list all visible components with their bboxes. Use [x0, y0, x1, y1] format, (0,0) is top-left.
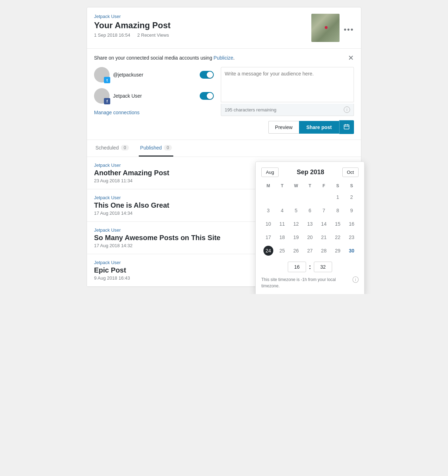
calendar-day-cell[interactable]: 26 — [289, 244, 303, 257]
calendar-day-cell[interactable]: 14 — [317, 217, 331, 231]
tab-scheduled-badge: 0 — [121, 145, 129, 151]
time-minute-input[interactable] — [314, 262, 332, 272]
facebook-account-name: Jetpack User — [113, 93, 196, 99]
calendar-day-cell[interactable]: 24 — [261, 244, 275, 257]
schedule-calendar-button[interactable] — [339, 120, 354, 134]
calendar-day-cell[interactable]: 25 — [275, 244, 289, 257]
calendar-popup: Aug Sep 2018 Oct M T W T F S S — [255, 161, 365, 294]
calendar-day-cell[interactable]: 3 — [261, 204, 275, 217]
calendar-year: 2018 — [310, 169, 324, 176]
facebook-account-row: f Jetpack User — [94, 88, 214, 104]
day-header-mon: M — [261, 181, 275, 190]
calendar-day-cell[interactable]: 9 — [345, 204, 359, 217]
thumbnail-image — [311, 14, 340, 42]
calendar-icon — [344, 124, 349, 129]
calendar-day-cell[interactable]: 18 — [275, 231, 289, 244]
post-header: Jetpack User Your Amazing Post 1 Sep 201… — [87, 7, 361, 49]
calendar-day-cell[interactable]: 30 — [345, 244, 359, 257]
calendar-week-row: 10111213141516 — [261, 217, 359, 231]
share-header: Share on your connected social media acc… — [94, 54, 354, 61]
tabs-section: Scheduled 0 Published 0 — [87, 140, 361, 157]
calendar-day-cell[interactable]: 21 — [317, 231, 331, 244]
tab-scheduled[interactable]: Scheduled 0 — [94, 140, 130, 157]
calendar-month: Sep — [297, 169, 308, 176]
message-textarea[interactable] — [221, 67, 354, 102]
share-post-button[interactable]: Share post — [299, 121, 339, 134]
twitter-toggle[interactable] — [200, 71, 214, 79]
calendar-day-cell[interactable]: 6 — [303, 204, 317, 217]
calendar-day-cell[interactable]: 27 — [303, 244, 317, 257]
prev-month-button[interactable]: Aug — [261, 167, 279, 177]
calendar-nav: Aug Sep 2018 Oct — [261, 167, 359, 177]
calendar-day-cell[interactable]: 28 — [317, 244, 331, 257]
day-header-sun: S — [345, 181, 359, 190]
calendar-day-cell[interactable]: 1 — [331, 190, 344, 204]
calendar-day-cell[interactable]: 16 — [345, 217, 359, 231]
calendar-day-cell[interactable]: 4 — [275, 204, 289, 217]
calendar-day-cell[interactable]: 29 — [331, 244, 344, 257]
share-message-area: 195 characters remaining i Preview Share… — [221, 67, 354, 134]
calendar-day-cell[interactable]: 10 — [261, 217, 275, 231]
post-options-button[interactable]: ••• — [344, 25, 354, 34]
close-share-button[interactable]: ✕ — [348, 54, 354, 61]
facebook-toggle[interactable] — [200, 92, 214, 100]
calendar-day-cell — [261, 190, 275, 204]
share-body: t @jetpackuser f Jetpack User Manage con… — [94, 67, 354, 134]
svg-rect-0 — [344, 125, 349, 129]
tab-published-label: Published — [140, 145, 162, 151]
facebook-badge: f — [104, 98, 110, 104]
calendar-day-cell[interactable]: 7 — [317, 204, 331, 217]
tab-scheduled-label: Scheduled — [95, 145, 119, 151]
calendar-day-cell[interactable]: 8 — [331, 204, 344, 217]
timezone-note: This site timezone is -1h from your loca… — [261, 276, 359, 289]
manage-connections-link[interactable]: Manage connections — [94, 110, 139, 115]
post-thumbnail — [311, 14, 340, 42]
post-title: Your Amazing Post — [94, 20, 311, 30]
char-count-bar: 195 characters remaining i — [221, 104, 354, 116]
post-date: 1 Sep 2018 16:54 — [94, 32, 130, 38]
tab-published[interactable]: Published 0 — [139, 140, 173, 157]
day-header-sat: S — [331, 181, 344, 190]
twitter-account-name: @jetpackuser — [113, 72, 196, 78]
calendar-day-cell[interactable]: 17 — [261, 231, 275, 244]
twitter-badge: t — [104, 77, 110, 83]
day-header-fri: F — [317, 181, 331, 190]
calendar-day-cell[interactable]: 5 — [289, 204, 303, 217]
calendar-day-cell[interactable]: 23 — [345, 231, 359, 244]
calendar-week-row: 24252627282930 — [261, 244, 359, 257]
tab-published-badge: 0 — [164, 145, 172, 151]
day-header-thu: T — [303, 181, 317, 190]
calendar-week-row: 3456789 — [261, 204, 359, 217]
preview-button[interactable]: Preview — [268, 121, 299, 134]
calendar-day-cell[interactable]: 13 — [303, 217, 317, 231]
calendar-week-row: 12 — [261, 190, 359, 204]
post-header-left: Jetpack User Your Amazing Post 1 Sep 201… — [94, 14, 311, 38]
calendar-day-cell[interactable]: 12 — [289, 217, 303, 231]
char-count-info-icon[interactable]: i — [344, 106, 350, 113]
publicize-link[interactable]: Publicize — [213, 55, 233, 61]
timezone-info-icon[interactable]: i — [353, 276, 359, 283]
calendar-day-cell[interactable]: 11 — [275, 217, 289, 231]
calendar-grid: M T W T F S S 12345678910111213141516171… — [261, 181, 359, 257]
calendar-day-cell[interactable]: 2 — [345, 190, 359, 204]
calendar-day-cell[interactable]: 20 — [303, 231, 317, 244]
char-count: 195 characters remaining — [225, 107, 276, 112]
calendar-day-cell[interactable]: 15 — [331, 217, 344, 231]
share-section: Share on your connected social media acc… — [87, 49, 361, 140]
day-header-wed: W — [289, 181, 303, 190]
next-month-button[interactable]: Oct — [342, 167, 359, 177]
share-header-text: Share on your connected social media acc… — [94, 55, 235, 61]
calendar-day-headers: M T W T F S S — [261, 181, 359, 190]
share-accounts: t @jetpackuser f Jetpack User Manage con… — [94, 67, 214, 134]
twitter-avatar: t — [94, 67, 110, 83]
calendar-day-cell — [303, 190, 317, 204]
calendar-day-cell[interactable]: 22 — [331, 231, 344, 244]
calendar-day-cell[interactable]: 19 — [289, 231, 303, 244]
calendar-month-year: Sep 2018 — [297, 169, 324, 176]
time-row: : — [261, 262, 359, 272]
timezone-text: This site timezone is -1h from your loca… — [261, 276, 351, 289]
time-hour-input[interactable] — [288, 262, 306, 272]
post-meta: 1 Sep 2018 16:54 2 Recent Views — [94, 32, 311, 38]
time-separator: : — [309, 263, 311, 271]
facebook-avatar: f — [94, 88, 110, 104]
